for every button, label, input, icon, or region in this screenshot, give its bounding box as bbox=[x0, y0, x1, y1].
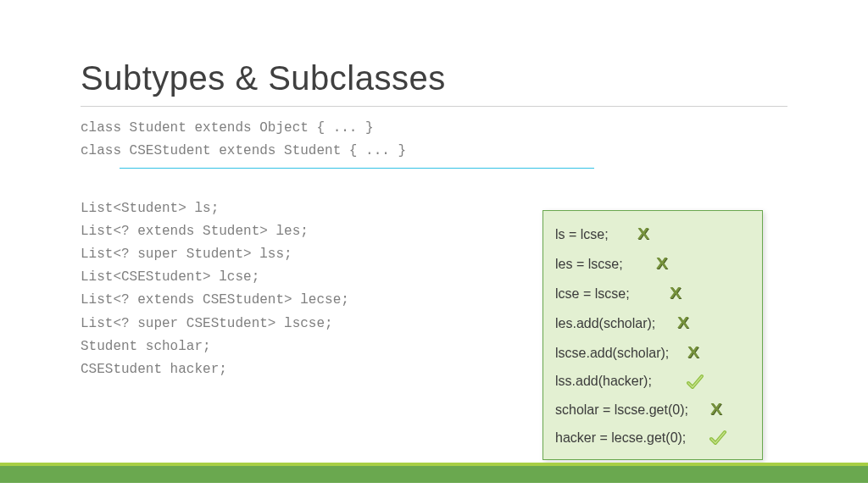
callout-text: lss.add(hacker); bbox=[555, 368, 686, 394]
callout-row: lscse.add(scholar); X bbox=[555, 338, 750, 368]
code-line: class CSEStudent extends Student { ... } bbox=[81, 143, 406, 158]
callout-text: les.add(scholar); bbox=[555, 310, 678, 336]
answer-callout: ls = lcse; X les = lscse; X lcse = lscse… bbox=[542, 210, 763, 460]
code-line: List<CSEStudent> lcse; bbox=[81, 269, 259, 285]
code-line: List<Student> ls; bbox=[81, 201, 219, 216]
x-icon: X bbox=[677, 308, 689, 338]
x-icon: X bbox=[656, 249, 668, 279]
callout-text: lcse = lscse; bbox=[555, 280, 670, 307]
code-line: Student scholar; bbox=[81, 339, 211, 354]
code-line: List<? super Student> lss; bbox=[81, 247, 292, 262]
code-line: List<? extends Student> les; bbox=[81, 224, 309, 239]
code-line: List<? extends CSEStudent> lecse; bbox=[81, 292, 349, 308]
callout-row: ls = lcse; X bbox=[555, 219, 750, 249]
callout-text: les = lscse; bbox=[555, 251, 657, 277]
callout-row: hacker = lecse.get(0); bbox=[555, 424, 750, 451]
code-line: CSEStudent hacker; bbox=[81, 362, 227, 377]
x-icon: X bbox=[637, 219, 649, 249]
callout-row: lcse = lscse; X bbox=[555, 279, 750, 308]
callout-row: les.add(scholar); X bbox=[555, 308, 750, 338]
callout-row: lss.add(hacker); bbox=[555, 368, 750, 394]
callout-text: lscse.add(scholar); bbox=[555, 340, 688, 366]
callout-row: scholar = lscse.get(0); X bbox=[555, 395, 750, 424]
callout-text: scholar = lscse.get(0); bbox=[555, 396, 711, 423]
code-line: List<? super CSEStudent> lscse; bbox=[81, 316, 333, 331]
slide-footer-bar bbox=[0, 463, 868, 483]
slide: Subtypes & Subclasses class Student exte… bbox=[0, 0, 868, 488]
x-icon: X bbox=[687, 338, 699, 368]
x-icon: X bbox=[670, 279, 682, 308]
callout-text: hacker = lecse.get(0); bbox=[555, 424, 709, 451]
divider-line bbox=[120, 168, 594, 169]
callout-text: ls = lcse; bbox=[555, 221, 638, 247]
slide-title: Subtypes & Subclasses bbox=[81, 59, 787, 107]
check-icon bbox=[686, 374, 704, 389]
check-icon bbox=[709, 430, 727, 445]
code-line: class Student extends Object { ... } bbox=[81, 120, 374, 136]
callout-row: les = lscse; X bbox=[555, 249, 750, 279]
x-icon: X bbox=[710, 395, 722, 424]
code-class-defs: class Student extends Object { ... } cla… bbox=[81, 117, 787, 163]
